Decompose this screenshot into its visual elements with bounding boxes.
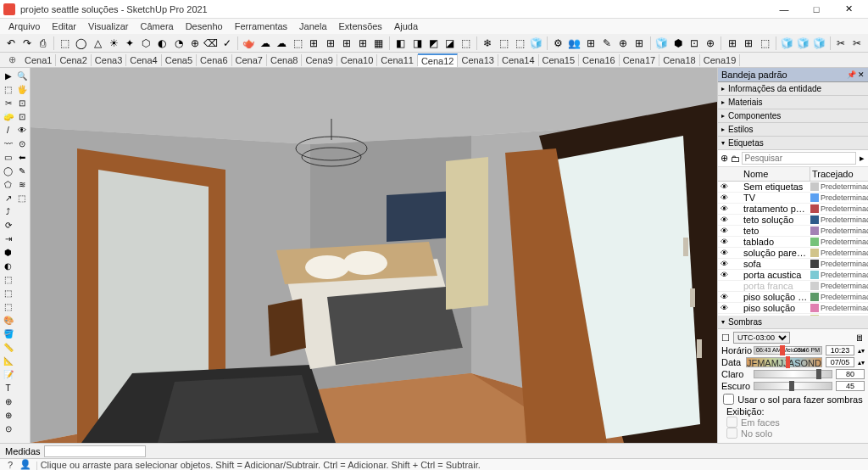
scene-tab-cena16[interactable]: Cena16 [579,54,620,66]
scene-tab-cena14[interactable]: Cena14 [498,54,539,66]
toolbar-btn-45[interactable]: ⬢ [670,36,685,51]
toolbar-btn-14[interactable]: ✓ [220,36,234,51]
tool-btn-33[interactable]: ⬅ [15,151,28,164]
scene-tab-cena12[interactable]: Cena12 [418,53,459,67]
tool-btn-4[interactable]: / [2,124,14,137]
scene-tab-cena13[interactable]: Cena13 [458,54,498,66]
toolbar-btn-49[interactable]: ⊞ [725,36,739,51]
toolbar-btn-19[interactable]: ⬚ [291,36,305,51]
tag-visibility-icon[interactable]: 👁 [718,227,730,235]
section-styles[interactable]: Estilos [718,123,868,137]
add-tag-icon[interactable]: ⊕ [720,153,729,165]
tag-search-input[interactable] [742,152,856,165]
menu-desenho[interactable]: Desenho [181,20,228,32]
tool-btn-23[interactable]: T [2,382,14,394]
scene-tab-cena8[interactable]: Cena8 [267,54,302,66]
scene-tab-cena9[interactable]: Cena9 [302,54,337,66]
tool-btn-22[interactable]: 📝 [2,368,14,381]
section-entity-info[interactable]: Informações da entidade [718,82,868,96]
tag-row[interactable]: 👁tetoPredeterminado [718,226,868,237]
dark-slider[interactable] [754,382,832,390]
tag-dashstyle[interactable]: Predeterminado [821,193,868,202]
tag-visibility-icon[interactable]: 👁 [718,182,730,191]
tool-btn-13[interactable]: ⬢ [2,246,14,259]
toolbar-btn-17[interactable]: ☁ [259,36,273,51]
toolbar-btn-57[interactable]: ✂ [834,36,849,51]
toolbar-btn-22[interactable]: ⊞ [339,36,353,51]
tool-btn-8[interactable]: ⬠ [2,178,14,191]
tool-btn-6[interactable]: ▭ [2,151,14,164]
toolbar-btn-40[interactable]: ✎ [600,36,615,51]
tag-visibility-icon[interactable]: 👁 [718,204,730,213]
tag-visibility-icon[interactable]: 👁 [718,193,730,202]
add-scene-button[interactable]: ⊕ [3,54,21,65]
toolbar-btn-53[interactable]: 🧊 [780,36,794,51]
tag-visibility-icon[interactable]: 👁 [718,271,730,279]
time-input[interactable] [826,345,854,355]
tool-btn-34[interactable]: ✎ [15,165,28,177]
scene-tab-cena17[interactable]: Cena17 [620,54,660,66]
toolbar-btn-7[interactable]: ☀ [107,36,121,51]
scene-tab-cena1[interactable]: Cena1 [21,54,56,66]
toolbar-btn-51[interactable]: ⬚ [757,36,771,51]
scene-tab-cena11[interactable]: Cena11 [377,54,418,66]
tag-row[interactable]: 👁tratamento par...Predeterminado [718,204,868,215]
scene-tab-cena6[interactable]: Cena6 [197,54,231,66]
menu-câmera[interactable]: Câmera [136,20,179,32]
toolbar-btn-34[interactable]: ⬚ [513,36,527,51]
tool-btn-10[interactable]: ⤴ [2,205,14,218]
tool-btn-25[interactable]: ⊕ [2,409,14,422]
toolbar-btn-47[interactable]: ⊕ [703,36,717,51]
tool-btn-30[interactable]: ⊡ [15,110,28,123]
tag-color-swatch[interactable] [810,227,819,235]
date-stepper[interactable]: ▴▾ [858,359,865,366]
viewport-3d[interactable] [31,68,717,443]
toolbar-btn-41[interactable]: ⊕ [616,36,631,51]
tag-row[interactable]: 👁tabladoPredeterminado [718,237,868,248]
tool-btn-3[interactable]: 🧽 [2,110,14,123]
scene-tab-cena2[interactable]: Cena2 [56,54,91,66]
tag-row[interactable]: 👁Sem etiquetasPredeterminado [718,182,868,193]
tool-btn-19[interactable]: 🪣 [2,327,14,340]
time-slider[interactable]: 06:43 AM Meio-dia 05:46 PM [754,346,822,355]
toolbar-btn-5[interactable]: ◯ [74,36,88,51]
scene-tab-cena10[interactable]: Cena10 [337,54,378,66]
toolbar-btn-54[interactable]: 🧊 [796,36,810,51]
tag-dashstyle[interactable]: Predeterminado [821,293,868,301]
toolbar-btn-18[interactable]: ☁ [275,36,289,51]
geo-icon[interactable]: 👤 [20,460,31,470]
scene-tab-cena19[interactable]: Cena19 [700,54,741,66]
toolbar-btn-35[interactable]: 🧊 [529,36,543,51]
tag-color-swatch[interactable] [810,215,819,224]
toolbar-btn-21[interactable]: ⊞ [323,36,337,51]
dark-input[interactable] [836,381,865,391]
menu-editar[interactable]: Editar [47,20,81,32]
menu-extensões[interactable]: Extensões [334,20,387,32]
toolbar-btn-39[interactable]: ⊞ [583,36,598,51]
tag-color-swatch[interactable] [810,304,819,312]
tool-btn-20[interactable]: 📏 [2,341,14,354]
toolbar-btn-2[interactable]: ⎙ [36,36,50,51]
tool-btn-0[interactable]: ▶ [2,70,14,82]
toolbar-btn-11[interactable]: ◔ [171,36,186,51]
tag-dashstyle[interactable]: Predeterminado [821,271,868,279]
toolbar-btn-26[interactable]: ◧ [393,36,408,51]
tool-btn-29[interactable]: ⊡ [15,97,28,109]
toolbar-btn-55[interactable]: 🧊 [812,36,826,51]
tag-color-swatch[interactable] [810,193,819,202]
tag-row[interactable]: 👁porta acusticaPredeterminado [718,270,868,281]
toolbar-btn-58[interactable]: ✂ [850,36,865,51]
toolbar-btn-12[interactable]: ⊕ [187,36,202,51]
time-stepper[interactable]: ▴▾ [858,347,865,355]
tool-btn-12[interactable]: ⇥ [2,232,14,245]
scene-tab-cena5[interactable]: Cena5 [162,54,197,66]
tool-btn-16[interactable]: ⬚ [2,287,14,299]
menu-arquivo[interactable]: Arquivo [3,20,45,32]
close-button[interactable]: ✕ [832,0,865,19]
tag-color-swatch[interactable] [810,204,819,213]
tag-dashstyle[interactable]: Predeterminado [821,215,868,224]
tool-btn-2[interactable]: ✂ [2,97,14,109]
scene-tab-cena15[interactable]: Cena15 [539,54,580,66]
toolbar-btn-0[interactable]: ↶ [3,36,18,51]
timezone-select[interactable]: UTC-03:00 [733,332,790,344]
